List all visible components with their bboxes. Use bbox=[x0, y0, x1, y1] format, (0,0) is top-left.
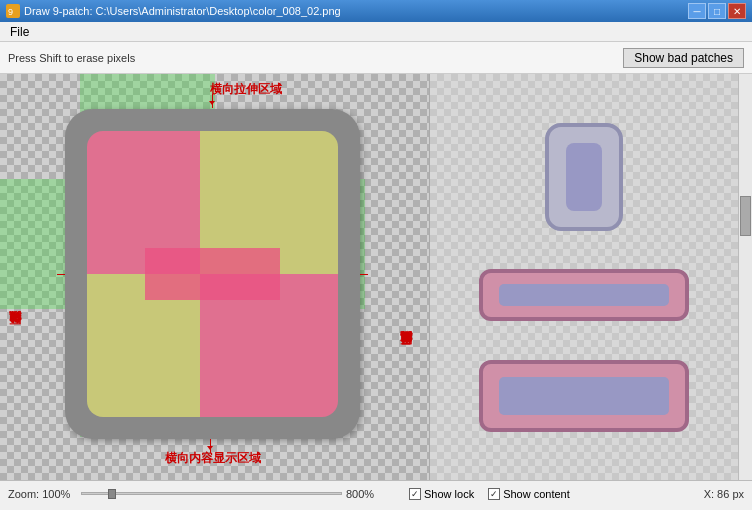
preview-widget-wide-inner bbox=[499, 284, 669, 306]
preview-panel bbox=[430, 74, 752, 480]
center-highlight bbox=[145, 248, 281, 301]
preview-scrollbar[interactable] bbox=[738, 74, 752, 480]
label-h-top-arrow bbox=[212, 94, 213, 108]
close-button[interactable]: ✕ bbox=[728, 3, 746, 19]
status-row-zoom: Zoom: 100% 800% Show lock Show content X… bbox=[0, 481, 752, 507]
show-content-checkbox-box[interactable] bbox=[488, 488, 500, 500]
label-horizontal-top: 横向拉伸区域 bbox=[210, 81, 282, 98]
show-content-label: Show content bbox=[503, 488, 570, 500]
x-coord: X: 86 px bbox=[704, 488, 744, 500]
preview-widget-tall-inner bbox=[566, 143, 602, 211]
toolbar: Press Shift to erase pixels Show bad pat… bbox=[0, 42, 752, 74]
show-lock-label: Show lock bbox=[424, 488, 474, 500]
main-area: 横向拉伸区域 横向内容显示区域 纵向拉伸区域 纵向内容显示区域 bbox=[0, 74, 752, 480]
label-vertical-right: 纵向内容显示区域 bbox=[398, 204, 415, 354]
maximize-button[interactable]: □ bbox=[708, 3, 726, 19]
preview-widget-medium bbox=[479, 360, 689, 432]
show-bad-patches-button[interactable]: Show bad patches bbox=[623, 48, 744, 68]
ninepatch-image[interactable]: 横向拉伸区域 横向内容显示区域 纵向拉伸区域 纵向内容显示区域 bbox=[65, 109, 360, 439]
status-row-patch: Patch scale: 2x 8x Show patches Y: 72 px bbox=[0, 507, 752, 511]
preview-widget-wide bbox=[479, 269, 689, 321]
label-v-right-arrow bbox=[360, 274, 368, 275]
preview-widgets bbox=[430, 74, 738, 480]
preview-widget-medium-inner bbox=[499, 377, 669, 415]
zoom-slider-thumb[interactable] bbox=[108, 489, 116, 499]
menu-bar: File bbox=[0, 22, 752, 42]
zoom-slider-container: 800% bbox=[81, 488, 381, 500]
svg-text:9: 9 bbox=[8, 7, 13, 17]
zoom-max-label: 800% bbox=[346, 488, 381, 500]
checkbox-group-1: Show lock Show content bbox=[409, 488, 570, 500]
app-icon: 9 bbox=[6, 4, 20, 18]
label-vertical-left: 纵向拉伸区域 bbox=[7, 204, 24, 334]
minimize-button[interactable]: ─ bbox=[688, 3, 706, 19]
show-content-checkbox[interactable]: Show content bbox=[488, 488, 570, 500]
status-bar: Zoom: 100% 800% Show lock Show content X… bbox=[0, 480, 752, 510]
preview-widget-tall bbox=[545, 123, 623, 231]
file-menu[interactable]: File bbox=[4, 24, 35, 40]
zoom-label: Zoom: 100% bbox=[8, 488, 73, 500]
show-lock-checkbox[interactable]: Show lock bbox=[409, 488, 474, 500]
label-h-bottom-arrow bbox=[210, 439, 211, 453]
window-controls[interactable]: ─ □ ✕ bbox=[688, 3, 746, 19]
label-v-left-arrow bbox=[57, 274, 65, 275]
show-lock-checkbox-box[interactable] bbox=[409, 488, 421, 500]
window-title: Draw 9-patch: C:\Users\Administrator\Des… bbox=[24, 5, 341, 17]
title-bar: 9 Draw 9-patch: C:\Users\Administrator\D… bbox=[0, 0, 752, 22]
hint-text: Press Shift to erase pixels bbox=[8, 52, 135, 64]
label-horizontal-bottom: 横向内容显示区域 bbox=[165, 450, 261, 467]
editor-panel[interactable]: 横向拉伸区域 横向内容显示区域 纵向拉伸区域 纵向内容显示区域 bbox=[0, 74, 430, 480]
scrollbar-thumb[interactable] bbox=[740, 196, 751, 236]
zoom-slider[interactable] bbox=[81, 492, 342, 495]
